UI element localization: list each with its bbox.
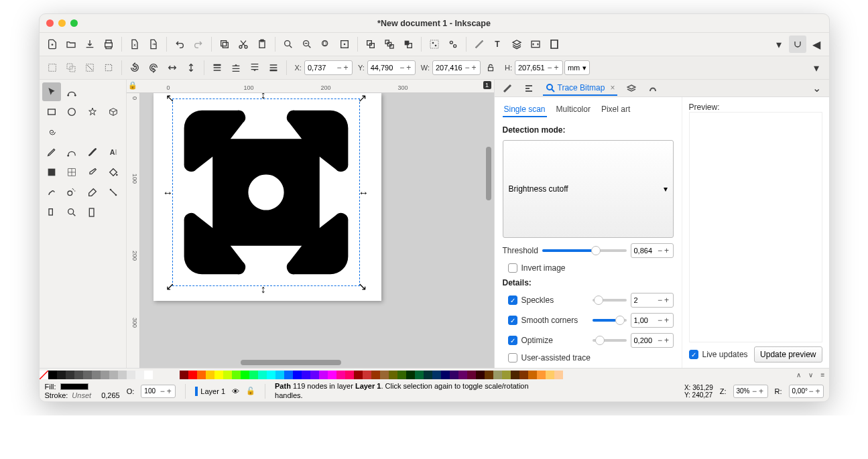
swatch[interactable] xyxy=(380,371,389,379)
maximize-window[interactable] xyxy=(70,19,78,27)
zoom-selection-button[interactable] xyxy=(280,36,297,53)
print-button[interactable] xyxy=(100,36,117,53)
swatch[interactable] xyxy=(546,371,554,379)
swatch[interactable] xyxy=(109,371,118,379)
swatch[interactable] xyxy=(389,371,397,379)
close-window[interactable] xyxy=(46,19,54,27)
dock-tab-fillstroke[interactable] xyxy=(500,82,515,95)
lock-aspect-button[interactable] xyxy=(482,59,499,76)
layers-button[interactable] xyxy=(508,36,525,53)
swatch[interactable] xyxy=(101,371,109,379)
speckles-input[interactable]: 2−+ xyxy=(631,293,674,308)
smooth-slider[interactable] xyxy=(593,314,627,327)
swatch[interactable] xyxy=(66,371,74,379)
tool-more-button[interactable]: ▾ xyxy=(808,59,825,76)
swatch[interactable] xyxy=(310,371,319,379)
v-scrollbar[interactable] xyxy=(486,147,491,200)
stroke-value[interactable]: Unset xyxy=(72,391,91,399)
speckles-slider[interactable] xyxy=(593,293,627,307)
canvas[interactable]: ↖ ↕ ↗ ↔ ↔ ↙ ↕ ↘ xyxy=(140,93,494,368)
swatch[interactable] xyxy=(284,371,293,379)
zoom-page-button[interactable] xyxy=(317,36,334,53)
swatch[interactable] xyxy=(302,371,310,379)
swatch[interactable] xyxy=(415,371,424,379)
flip-v-button[interactable] xyxy=(182,59,200,76)
select-all-button[interactable] xyxy=(44,59,61,76)
swatch[interactable] xyxy=(180,371,188,379)
swatch[interactable] xyxy=(345,371,354,379)
swatch[interactable] xyxy=(267,371,275,379)
swatch[interactable] xyxy=(511,371,519,379)
eraser-tool[interactable] xyxy=(83,183,102,202)
swatch[interactable] xyxy=(441,371,450,379)
star-tool[interactable] xyxy=(83,103,102,121)
export-button[interactable] xyxy=(145,36,162,53)
ungroup-button[interactable] xyxy=(444,36,462,53)
swatch[interactable] xyxy=(144,371,153,379)
toggle-selection-button[interactable] xyxy=(100,59,117,76)
paste-button[interactable] xyxy=(253,36,271,53)
text-button[interactable]: T xyxy=(489,36,507,53)
detection-mode-select[interactable]: Brightness cutoff▾ xyxy=(503,140,674,238)
spiral-tool[interactable] xyxy=(42,123,61,141)
fill-stroke-button[interactable] xyxy=(471,36,488,53)
rotate-cw-button[interactable] xyxy=(145,59,162,76)
paintbucket-tool[interactable] xyxy=(104,163,123,182)
opacity-input[interactable]: 100−+ xyxy=(141,385,176,398)
duplicate-button[interactable] xyxy=(362,36,379,53)
xml-button[interactable] xyxy=(527,36,544,53)
swatch[interactable] xyxy=(328,371,336,379)
swatch[interactable] xyxy=(135,371,144,379)
undo-button[interactable] xyxy=(171,36,188,53)
optimize-slider[interactable] xyxy=(593,334,627,347)
clone-button[interactable] xyxy=(381,36,398,53)
dock-tab-layers[interactable] xyxy=(624,82,639,95)
swatch[interactable] xyxy=(354,371,363,379)
palette-prev[interactable]: ∧ xyxy=(793,371,805,379)
cut-button[interactable] xyxy=(235,36,252,53)
node-tool[interactable] xyxy=(62,82,81,101)
swatch[interactable] xyxy=(57,371,66,379)
dropper-tool[interactable] xyxy=(83,163,102,182)
swatch[interactable] xyxy=(197,371,206,379)
swatch[interactable] xyxy=(232,371,241,379)
swatch[interactable] xyxy=(275,371,284,379)
palette-menu[interactable]: ≡ xyxy=(817,371,829,379)
redo-button[interactable] xyxy=(190,36,207,53)
swatch[interactable] xyxy=(397,371,406,379)
rotate-ccw-button[interactable] xyxy=(126,59,143,76)
text-tool[interactable]: A xyxy=(104,143,123,161)
swatch[interactable] xyxy=(432,371,441,379)
connector-tool[interactable] xyxy=(104,183,123,202)
lower-button[interactable] xyxy=(246,59,263,76)
swatch[interactable] xyxy=(554,371,563,379)
swatch[interactable] xyxy=(127,371,135,379)
live-updates-checkbox[interactable]: ✓ xyxy=(689,350,698,359)
raise-button[interactable] xyxy=(227,59,245,76)
open-button[interactable] xyxy=(62,36,80,53)
zoom-tool[interactable] xyxy=(62,203,81,222)
save-button[interactable] xyxy=(81,36,99,53)
more-menu-button[interactable]: ▾ xyxy=(770,36,788,53)
3dbox-tool[interactable] xyxy=(104,103,123,121)
h-input[interactable]: 207,651−+ xyxy=(515,60,563,75)
collapse-button[interactable]: ◀ xyxy=(808,36,825,53)
bezier-tool[interactable] xyxy=(62,143,81,161)
swatch[interactable] xyxy=(293,371,302,379)
select-tool[interactable] xyxy=(42,82,61,101)
swatch[interactable] xyxy=(363,371,371,379)
swatch[interactable] xyxy=(118,371,127,379)
zoom-center-button[interactable] xyxy=(336,36,353,53)
lower-bottom-button[interactable] xyxy=(265,59,282,76)
swatch[interactable] xyxy=(537,371,546,379)
zoom-drawing-button[interactable] xyxy=(298,36,316,53)
raise-top-button[interactable] xyxy=(208,59,226,76)
unit-select[interactable]: mm▾ xyxy=(564,60,590,75)
swatch[interactable] xyxy=(249,371,258,379)
invert-checkbox[interactable] xyxy=(508,263,517,273)
x-input[interactable]: 0,737−+ xyxy=(304,60,353,75)
rotation-input[interactable]: 0,00°−+ xyxy=(789,385,824,398)
deselect-button[interactable] xyxy=(81,59,99,76)
pencil-tool[interactable] xyxy=(42,143,61,161)
swatch[interactable] xyxy=(406,371,415,379)
